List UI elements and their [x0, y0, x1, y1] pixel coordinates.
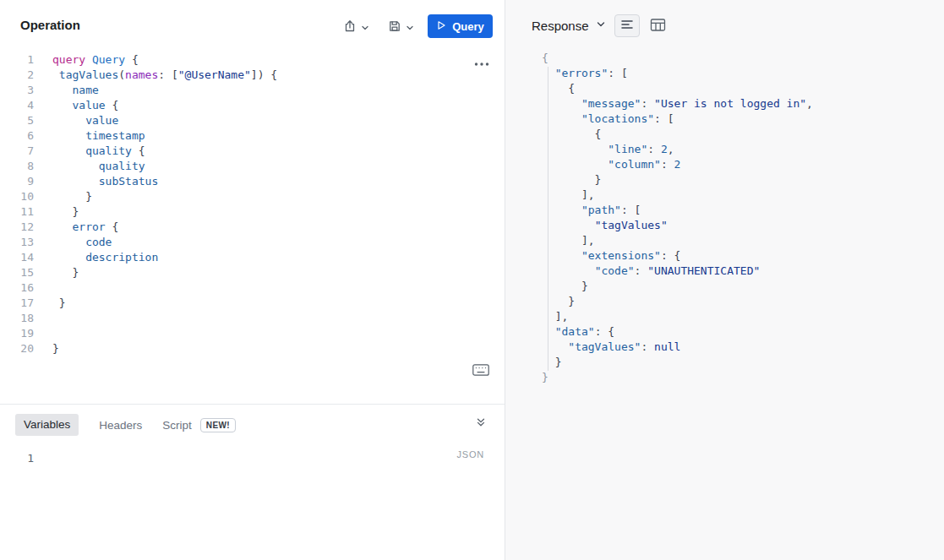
code-line: 18 — [0, 311, 505, 326]
code-line: 19 — [0, 326, 505, 341]
code-line: 4 value { — [0, 98, 505, 113]
code-line: 13 code — [0, 235, 505, 250]
chevron-down-icon — [361, 20, 369, 35]
code-line: 10 } — [0, 189, 505, 204]
code-line: ], — [542, 309, 813, 324]
code-line: "locations": [ — [542, 111, 813, 127]
code-line: "data": { — [542, 324, 813, 340]
code-line: "tagValues" — [542, 218, 813, 233]
table-icon — [650, 18, 666, 35]
secondary-tabs: Variables Headers Script NEW! — [15, 414, 236, 436]
code-line: 8 quality — [0, 159, 505, 174]
code-line: ], — [542, 233, 813, 248]
tab-variables[interactable]: Variables — [15, 414, 79, 436]
code-line: "path": [ — [542, 203, 813, 218]
keyboard-shortcuts-icon — [472, 364, 489, 379]
response-panel: Response { — [505, 0, 944, 560]
share-button[interactable] — [343, 19, 369, 36]
code-line: "tagValues": null — [542, 340, 813, 355]
editor-mode-label: JSON — [456, 449, 484, 459]
play-icon — [436, 20, 446, 33]
code-line: 7 quality { — [0, 144, 505, 159]
code-line: { — [542, 51, 813, 66]
code-line: "errors": [ — [542, 66, 813, 81]
code-line: 11 } — [0, 204, 505, 220]
code-line: 20} — [0, 341, 505, 356]
code-line: 2 tagValues(names: ["@UserName"]) { — [0, 68, 505, 83]
code-line: { — [542, 127, 813, 142]
code-line: 14 description — [0, 250, 505, 265]
format-icon — [620, 19, 634, 34]
code-line: 6 timestamp — [0, 128, 505, 144]
code-line: } — [542, 370, 813, 385]
graphql-client-app: Operation — [0, 0, 944, 560]
code-line: } — [542, 279, 813, 294]
secondary-editor-panel: Variables Headers Script NEW! 1 — [0, 404, 505, 560]
new-feature-badge: NEW! — [200, 418, 236, 432]
run-query-label: Query — [452, 20, 484, 33]
code-line: "column": 2 — [542, 157, 813, 172]
response-panel-title: Response — [532, 19, 589, 33]
code-line: 5 value — [0, 113, 505, 128]
code-line: 17 } — [0, 296, 505, 311]
code-line: 3 name — [0, 83, 505, 98]
tab-headers[interactable]: Headers — [99, 419, 142, 432]
collapse-double-chevron-icon — [475, 416, 487, 432]
code-line: { — [542, 81, 813, 96]
format-response-button[interactable] — [614, 14, 640, 37]
query-editor[interactable]: 1query Query {2 tagValues(names: ["@User… — [0, 52, 505, 356]
share-icon — [343, 19, 357, 36]
code-line: "extensions": { — [542, 248, 813, 264]
variables-line-number: 1 — [0, 451, 34, 466]
code-line: 1query Query { — [0, 52, 505, 68]
save-button[interactable] — [388, 19, 414, 36]
code-line: "line": 2, — [542, 142, 813, 157]
code-line: } — [542, 172, 813, 188]
keyboard-shortcuts-button[interactable] — [470, 364, 492, 379]
code-line: 15 } — [0, 265, 505, 280]
code-line: } — [542, 355, 813, 370]
tab-script[interactable]: Script — [162, 419, 192, 432]
code-line: 16 — [0, 280, 505, 296]
chevron-down-icon — [596, 18, 606, 33]
variables-editor[interactable]: 1 — [0, 451, 505, 466]
code-line: } — [542, 294, 813, 309]
operation-panel: Operation — [0, 0, 505, 560]
code-line: 12 error { — [0, 220, 505, 235]
operation-panel-title: Operation — [20, 18, 80, 32]
code-line: ], — [542, 188, 813, 203]
code-line: 1 — [0, 451, 505, 466]
code-line: "code": "UNAUTHENTICATED" — [542, 264, 813, 279]
collapse-panel-button[interactable] — [473, 416, 488, 432]
response-dropdown[interactable]: Response — [532, 18, 606, 33]
chevron-down-icon — [406, 20, 414, 35]
code-line: "message": "User is not logged in", — [542, 96, 813, 111]
table-view-button[interactable] — [648, 18, 667, 35]
response-viewer[interactable]: { "errors": [ { "message": "User is not … — [542, 51, 813, 385]
save-icon — [388, 19, 401, 36]
code-line: 9 subStatus — [0, 174, 505, 189]
run-query-button[interactable]: Query — [428, 14, 493, 38]
